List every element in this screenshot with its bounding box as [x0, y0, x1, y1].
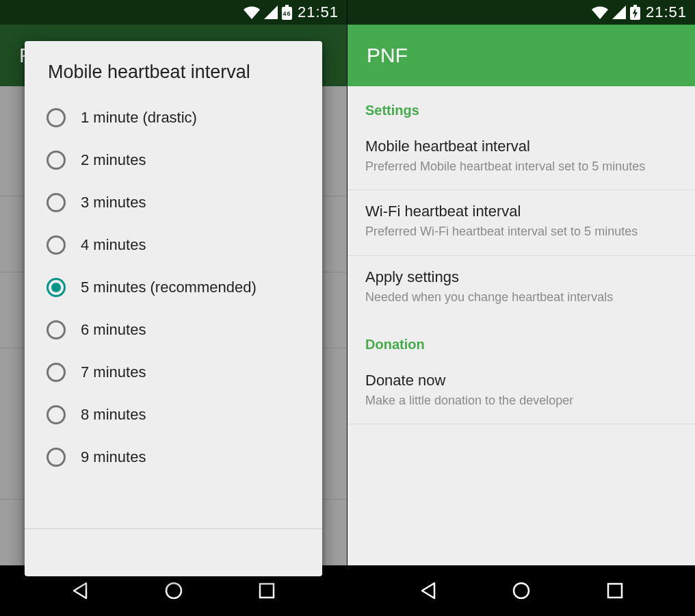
dialog-option-list[interactable]: 1 minute (drastic)2 minutes3 minutes4 mi… — [25, 97, 322, 528]
nav-home-button[interactable] — [161, 578, 187, 604]
radio-label: 6 minutes — [81, 321, 146, 339]
radio-option[interactable]: 3 minutes — [25, 181, 322, 224]
status-clock: 21:51 — [298, 3, 339, 21]
svg-point-3 — [166, 583, 181, 598]
cell-signal-icon — [612, 5, 626, 19]
dialog-title: Mobile heartbeat interval — [25, 41, 322, 97]
settings-page-body[interactable]: Settings Mobile heartbeat interval Prefe… — [348, 86, 695, 565]
setting-title: Donate now — [365, 372, 677, 389]
nav-back-button[interactable] — [415, 578, 441, 604]
section-header-settings: Settings — [348, 86, 695, 125]
radio-label: 4 minutes — [81, 236, 146, 254]
radio-icon — [47, 278, 66, 297]
radio-option[interactable]: 8 minutes — [25, 394, 322, 436]
nav-home-button[interactable] — [508, 578, 534, 604]
radio-option[interactable]: 5 minutes (recommended) — [25, 266, 322, 309]
phone-right: 21:51 PNF Settings Mobile heartbeat inte… — [348, 0, 695, 616]
app-bar: PNF — [348, 25, 695, 86]
setting-title: Mobile heartbeat interval — [365, 138, 677, 155]
radio-icon — [47, 448, 66, 467]
radio-icon — [47, 363, 66, 382]
radio-icon — [47, 151, 66, 170]
svg-point-7 — [514, 583, 529, 598]
svg-rect-5 — [633, 5, 637, 7]
nav-recent-button[interactable] — [254, 578, 280, 604]
radio-icon — [47, 108, 66, 127]
setting-subtitle: Needed when you change heartbeat interva… — [365, 289, 677, 305]
app-title: PNF — [367, 44, 408, 67]
radio-label: 7 minutes — [81, 363, 146, 381]
setting-subtitle: Preferred Wi-Fi heartbeat interval set t… — [365, 223, 677, 240]
dialog-heartbeat-interval: Mobile heartbeat interval 1 minute (dras… — [25, 41, 322, 576]
nav-recent-button[interactable] — [602, 578, 628, 604]
radio-option[interactable]: 1 minute (drastic) — [25, 97, 322, 139]
radio-option[interactable]: 7 minutes — [25, 351, 322, 394]
radio-label: 2 minutes — [81, 151, 146, 169]
svg-text:46: 46 — [283, 10, 291, 17]
radio-icon — [47, 320, 66, 339]
radio-label: 3 minutes — [81, 194, 146, 211]
radio-option[interactable]: 6 minutes — [25, 309, 322, 351]
setting-title: Wi-Fi heartbeat interval — [365, 203, 677, 220]
radio-label: 8 minutes — [81, 406, 146, 424]
radio-label: 9 minutes — [81, 448, 146, 466]
setting-mobile-heartbeat[interactable]: Mobile heartbeat interval Preferred Mobi… — [348, 125, 695, 190]
setting-subtitle: Preferred Mobile heartbeat interval set … — [365, 158, 677, 175]
radio-icon — [47, 405, 66, 424]
setting-wifi-heartbeat[interactable]: Wi-Fi heartbeat interval Preferred Wi-Fi… — [348, 190, 695, 255]
setting-subtitle: Make a little donation to the developer — [365, 392, 677, 409]
battery-charging-icon — [630, 5, 640, 20]
radio-option[interactable]: 2 minutes — [25, 139, 322, 181]
cell-signal-icon — [264, 5, 278, 19]
setting-donate[interactable]: Donate now Make a little donation to the… — [348, 359, 695, 424]
svg-rect-0 — [285, 5, 289, 7]
android-nav-bar — [348, 565, 695, 616]
status-icons — [592, 5, 640, 20]
wifi-icon — [592, 5, 608, 19]
radio-option[interactable]: 9 minutes — [25, 436, 322, 478]
status-clock: 21:51 — [646, 3, 687, 21]
wifi-icon — [244, 5, 260, 19]
status-bar: 46 21:51 — [0, 0, 347, 25]
radio-icon — [47, 193, 66, 212]
radio-label: 5 minutes (recommended) — [81, 279, 257, 296]
radio-label: 1 minute (drastic) — [81, 109, 197, 127]
radio-option[interactable]: 4 minutes — [25, 224, 322, 266]
svg-rect-8 — [608, 584, 622, 598]
battery-icon: 46 — [282, 5, 292, 20]
status-icons: 46 — [244, 5, 292, 20]
setting-apply[interactable]: Apply settings Needed when you change he… — [348, 256, 695, 320]
nav-back-button[interactable] — [67, 578, 93, 604]
section-header-donation: Donation — [348, 320, 695, 359]
status-bar: 21:51 — [348, 0, 695, 25]
svg-rect-4 — [260, 584, 274, 598]
dialog-footer — [25, 528, 322, 576]
radio-icon — [47, 235, 66, 255]
phone-left: 46 21:51 P Mobile heartbeat interval 1 m… — [0, 0, 348, 616]
setting-title: Apply settings — [365, 268, 677, 286]
